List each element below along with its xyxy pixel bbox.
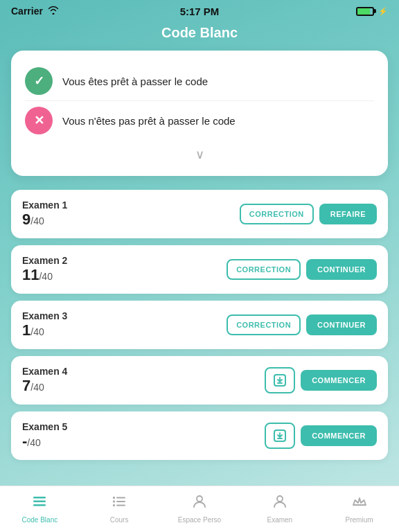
exam-title-4: Examen 4	[22, 366, 78, 377]
commencer-button-4[interactable]: COMMENCER	[301, 370, 377, 391]
score-denom-2: /40	[39, 271, 52, 282]
nav-label-examen: Examen	[267, 516, 292, 524]
exam-score-5: -/40	[22, 432, 78, 450]
correction-button-3[interactable]: CORRECTION	[227, 314, 301, 335]
exam-actions-1: CORRECTIONREFAIRE	[240, 204, 377, 224]
exam-card-4: Examen 47/40COMMENCER	[11, 356, 388, 405]
nav-icon-code-blanc	[31, 493, 48, 514]
score-value-3: 1/40	[22, 321, 44, 339]
nav-item-espace-perso[interactable]: Espace Perso	[178, 493, 221, 524]
svg-rect-4	[33, 504, 46, 506]
wifi-icon	[47, 6, 60, 17]
exam-score-4: 7/40	[22, 377, 78, 395]
exam-card-1: Examen 19/40CORRECTIONREFAIRE	[11, 190, 388, 238]
exam-actions-2: CORRECTIONCONTINUER	[227, 259, 377, 280]
svg-rect-2	[33, 497, 46, 499]
nav-item-cours[interactable]: Cours	[98, 493, 140, 524]
exam-card-5: Examen 5-/40COMMENCER	[11, 411, 388, 460]
exam-title-3: Examen 3	[22, 310, 78, 321]
exam-card-3: Examen 31/40CORRECTIONCONTINUER	[11, 301, 388, 349]
charging-icon: ⚡	[378, 7, 388, 16]
nav-icon-espace-perso	[191, 493, 208, 514]
score-denom-1: /40	[30, 215, 44, 227]
nav-item-code-blanc[interactable]: Code Blanc	[19, 493, 60, 524]
exam-info-4: Examen 47/40	[22, 366, 78, 395]
continuer-button-2[interactable]: CONTINUER	[306, 259, 377, 280]
correction-button-2[interactable]: CORRECTION	[227, 259, 301, 280]
exam-score-1: 9/40	[22, 211, 78, 229]
exam-info-5: Examen 5-/40	[22, 421, 78, 450]
status-bar: Carrier 5:17 PM ⚡	[0, 0, 399, 19]
refaire-button-1[interactable]: REFAIRE	[319, 204, 377, 224]
nav-label-code-blanc: Code Blanc	[22, 516, 58, 524]
bottom-nav: Code BlancCoursEspace PersoExamenPremium	[0, 486, 399, 532]
correction-button-1[interactable]: CORRECTION	[240, 204, 314, 224]
score-value-2: 11/40	[22, 266, 53, 283]
svg-point-11	[197, 496, 202, 502]
battery-icon	[356, 7, 374, 16]
exam-actions-3: CORRECTIONCONTINUER	[227, 314, 377, 335]
battery-area: ⚡	[356, 7, 388, 16]
exam-card-2: Examen 211/40CORRECTIONCONTINUER	[11, 245, 388, 294]
score-value-5: -/40	[22, 432, 41, 450]
nav-item-examen[interactable]: Examen	[259, 493, 301, 524]
exam-title-2: Examen 2	[22, 255, 78, 266]
nav-icon-examen	[272, 493, 288, 514]
svg-rect-9	[113, 504, 115, 506]
not-ready-text: Vous n'êtes pas prêt à passer le code	[62, 115, 236, 127]
nav-icon-premium	[351, 493, 368, 514]
exam-info-3: Examen 31/40	[22, 310, 78, 339]
exam-actions-5: COMMENCER	[265, 423, 377, 449]
svg-rect-5	[113, 497, 115, 499]
exam-list: Examen 19/40CORRECTIONREFAIREExamen 211/…	[0, 190, 399, 476]
svg-rect-8	[116, 501, 125, 502]
exam-info-1: Examen 19/40	[22, 200, 78, 229]
not-ready-icon: ✕	[25, 107, 53, 134]
page-title: Code Blanc	[0, 19, 399, 51]
download-button-4[interactable]	[265, 367, 295, 393]
exam-score-2: 11/40	[22, 266, 78, 284]
info-card: ✓ Vous êtes prêt à passer le code ✕ Vous…	[11, 51, 388, 176]
svg-rect-7	[113, 501, 115, 503]
score-value-1: 9/40	[22, 211, 44, 228]
download-button-5[interactable]	[265, 423, 295, 449]
nav-label-cours: Cours	[110, 516, 129, 524]
svg-rect-10	[116, 505, 125, 506]
svg-rect-3	[33, 501, 46, 503]
chevron-row[interactable]: ∨	[25, 140, 374, 162]
score-denom-4: /40	[30, 382, 44, 393]
exam-title-1: Examen 1	[22, 200, 78, 211]
svg-point-12	[277, 496, 283, 502]
score-value-4: 7/40	[22, 377, 44, 394]
exam-title-5: Examen 5	[22, 421, 78, 432]
nav-label-espace-perso: Espace Perso	[178, 516, 221, 524]
score-denom-3: /40	[30, 326, 44, 337]
chevron-down-icon[interactable]: ∨	[195, 147, 204, 162]
nav-icon-cours	[111, 493, 127, 514]
svg-rect-6	[116, 497, 125, 499]
nav-label-premium: Premium	[346, 516, 373, 524]
info-row-ready: ✓ Vous êtes prêt à passer le code	[25, 62, 374, 100]
carrier-label: Carrier	[11, 6, 43, 17]
exam-actions-4: COMMENCER	[265, 367, 377, 393]
info-row-not-ready: ✕ Vous n'êtes pas prêt à passer le code	[25, 100, 374, 140]
ready-icon: ✓	[25, 67, 53, 95]
nav-item-premium[interactable]: Premium	[339, 493, 380, 524]
score-denom-5: /40	[27, 437, 40, 448]
continuer-button-3[interactable]: CONTINUER	[306, 314, 377, 335]
commencer-button-5[interactable]: COMMENCER	[301, 425, 377, 446]
exam-info-2: Examen 211/40	[22, 255, 78, 284]
ready-text: Vous êtes prêt à passer le code	[62, 76, 208, 87]
exam-score-3: 1/40	[22, 321, 78, 339]
time-label: 5:17 PM	[180, 6, 220, 17]
